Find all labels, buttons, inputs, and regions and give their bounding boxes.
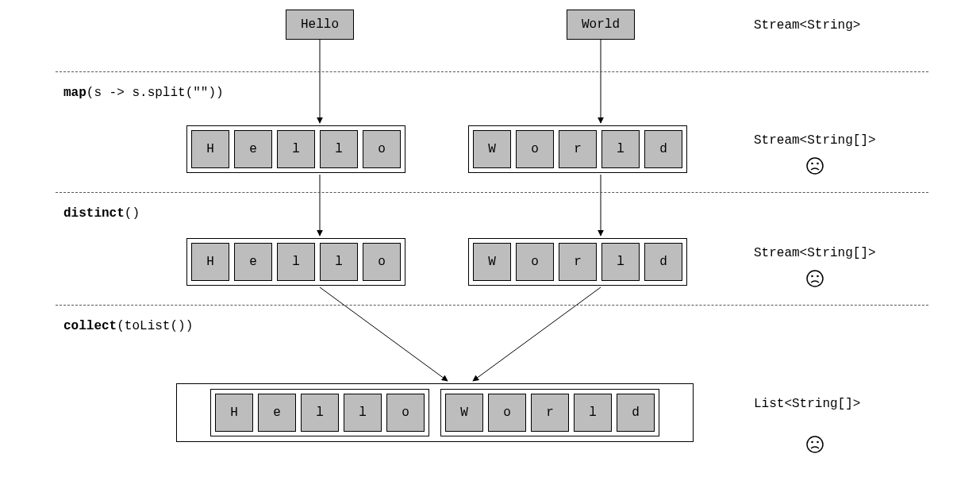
char-cell: l bbox=[301, 394, 339, 432]
char-cell: r bbox=[531, 394, 569, 432]
type-label-header: Stream<String> bbox=[754, 18, 860, 33]
svg-line-4 bbox=[320, 287, 448, 381]
char-cell: o bbox=[363, 130, 401, 168]
op-rest-1: (s -> s.split("")) bbox=[86, 86, 224, 100]
divider-2 bbox=[56, 192, 928, 193]
char-cell: o bbox=[363, 243, 401, 281]
diagram-stage: Hello World Stream<String> map(s -> s.sp… bbox=[0, 0, 980, 496]
array-box-1-right: World bbox=[468, 125, 687, 173]
svg-point-7 bbox=[811, 163, 813, 165]
char-cell: W bbox=[445, 394, 483, 432]
frown-icon bbox=[805, 435, 824, 454]
array-box-2-right: World bbox=[468, 238, 687, 286]
svg-point-9 bbox=[807, 271, 823, 286]
array-box-3-right: World bbox=[440, 389, 659, 436]
char-cell: l bbox=[277, 243, 315, 281]
char-cell: W bbox=[473, 243, 511, 281]
svg-point-13 bbox=[811, 441, 813, 444]
char-cell: l bbox=[574, 394, 612, 432]
char-cell: r bbox=[559, 130, 597, 168]
array-box-3-left: Hello bbox=[210, 389, 429, 436]
divider-1 bbox=[56, 71, 928, 72]
svg-point-6 bbox=[807, 158, 823, 174]
svg-point-10 bbox=[811, 275, 813, 278]
char-cell: H bbox=[191, 130, 229, 168]
char-cell: r bbox=[559, 243, 597, 281]
op-label-3: collect(toList()) bbox=[63, 319, 193, 333]
input-box-right-text: World bbox=[582, 17, 620, 32]
char-cell: l bbox=[320, 243, 358, 281]
char-cell: W bbox=[473, 130, 511, 168]
char-cell: l bbox=[344, 394, 382, 432]
char-cell: o bbox=[488, 394, 526, 432]
type-label-3: List<String[]> bbox=[754, 397, 860, 411]
char-cell: l bbox=[277, 130, 315, 168]
type-label-1: Stream<String[]> bbox=[754, 133, 876, 148]
frown-icon bbox=[805, 269, 824, 288]
op-label-1: map(s -> s.split("")) bbox=[63, 86, 224, 100]
char-cell: H bbox=[191, 243, 229, 281]
char-cell: e bbox=[234, 130, 272, 168]
input-box-left: Hello bbox=[286, 10, 354, 40]
svg-point-8 bbox=[817, 163, 819, 165]
char-cell: e bbox=[234, 243, 272, 281]
op-rest-3: (toList()) bbox=[117, 319, 193, 333]
op-label-2: distinct() bbox=[63, 206, 140, 221]
char-cell: H bbox=[215, 394, 253, 432]
svg-point-11 bbox=[817, 275, 819, 278]
array-box-1-left: Hello bbox=[186, 125, 405, 173]
char-cell: d bbox=[617, 394, 655, 432]
char-cell: o bbox=[516, 243, 554, 281]
char-cell: l bbox=[601, 130, 640, 168]
type-label-2: Stream<String[]> bbox=[754, 246, 876, 260]
char-cell: e bbox=[258, 394, 296, 432]
char-cell: o bbox=[386, 394, 425, 432]
op-bold-3: collect bbox=[63, 319, 117, 333]
array-box-2-left: Hello bbox=[186, 238, 405, 286]
char-cell: o bbox=[516, 130, 554, 168]
op-bold-2: distinct bbox=[63, 206, 125, 221]
op-rest-2: () bbox=[125, 206, 140, 221]
svg-line-5 bbox=[473, 287, 601, 381]
list-box-3: Hello World bbox=[176, 383, 694, 442]
char-cell: d bbox=[644, 130, 682, 168]
divider-3 bbox=[56, 305, 928, 306]
op-bold-1: map bbox=[63, 86, 86, 100]
input-box-left-text: Hello bbox=[301, 17, 339, 32]
char-cell: l bbox=[320, 130, 358, 168]
char-cell: d bbox=[644, 243, 682, 281]
char-cell: l bbox=[601, 243, 640, 281]
input-box-right: World bbox=[567, 10, 635, 40]
frown-icon bbox=[805, 156, 824, 175]
svg-point-14 bbox=[817, 441, 819, 444]
svg-point-12 bbox=[807, 436, 823, 452]
